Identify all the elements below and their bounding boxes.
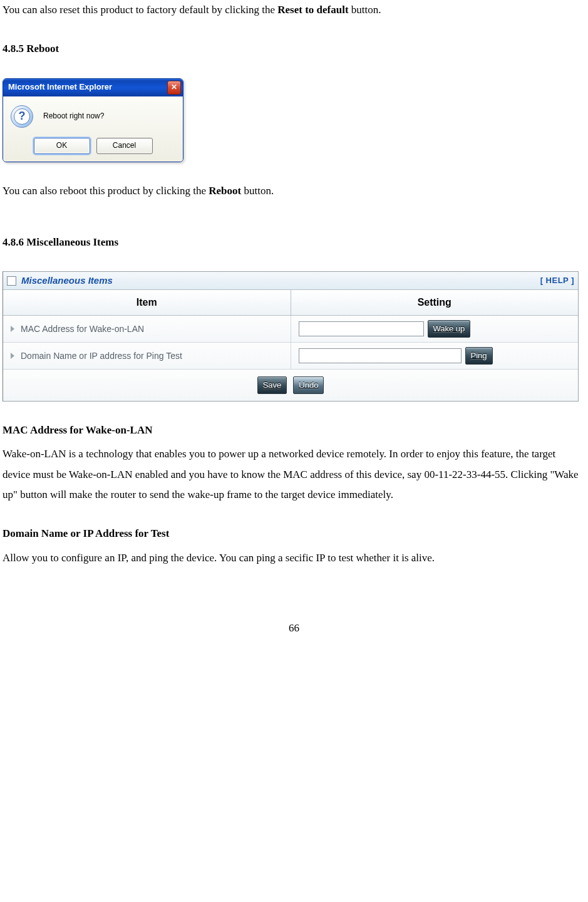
dialog-titlebar[interactable]: Microsoft Internet Explorer ✕ <box>3 79 183 96</box>
reboot-note-paragraph: You can also reboot this product by clic… <box>3 181 585 201</box>
cancel-label: Cancel <box>113 138 136 153</box>
misc-items-panel: Miscellaneous Items [ HELP ] Item Settin… <box>3 271 579 402</box>
close-glyph: ✕ <box>171 80 177 95</box>
desc-domain-heading: Domain Name or IP Address for Test <box>3 524 585 544</box>
help-glyph: ? <box>14 108 30 125</box>
row-setting-ping: Ping <box>291 343 579 369</box>
dialog-body: ? Reboot right now? OK Cancel <box>3 96 183 162</box>
panel-header: Miscellaneous Items [ HELP ] <box>3 272 578 290</box>
row-setting-mac: Wake up <box>291 316 579 342</box>
triangle-icon <box>11 353 14 359</box>
ie-dialog: Microsoft Internet Explorer ✕ ? Reboot r… <box>3 78 183 162</box>
table-row: MAC Address for Wake-on-LAN Wake up <box>3 316 578 343</box>
reboot-note-post: button. <box>241 185 274 197</box>
reset-text-bold: Reset to default <box>277 4 348 16</box>
undo-button[interactable]: Undo <box>293 376 324 394</box>
panel-footer: Save Undo <box>3 370 578 401</box>
ping-label: Ping <box>471 348 487 364</box>
desc-mac-body: Wake-on-LAN is a technology that enables… <box>3 444 585 505</box>
reset-paragraph: You can also reset this product to facto… <box>3 0 585 20</box>
ok-label: OK <box>56 138 67 153</box>
section-heading-misc: 4.8.6 Miscellaneous Items <box>3 232 585 252</box>
column-header-row: Item Setting <box>3 290 578 316</box>
reboot-note-bold: Reboot <box>209 185 241 197</box>
page-number: 66 <box>3 618 585 638</box>
reboot-note-pre: You can also reboot this product by clic… <box>3 185 209 197</box>
dialog-title: Microsoft Internet Explorer <box>8 80 112 95</box>
ping-button[interactable]: Ping <box>465 347 493 365</box>
row-label-mac-text: MAC Address for Wake-on-LAN <box>21 321 144 338</box>
dialog-message: Reboot right now? <box>43 111 104 120</box>
close-icon[interactable]: ✕ <box>167 81 181 95</box>
reset-text-post: button. <box>349 4 381 16</box>
help-icon: ? <box>11 105 33 128</box>
row-label-ping: Domain Name or IP address for Ping Test <box>3 343 291 369</box>
panel-title: Miscellaneous Items <box>21 272 113 290</box>
undo-label: Undo <box>299 378 318 393</box>
section-heading-reboot: 4.8.5 Reboot <box>3 39 585 59</box>
desc-domain-body: Allow you to configure an IP, and ping t… <box>3 548 585 568</box>
desc-mac-heading: MAC Address for Wake-on-LAN <box>3 420 585 440</box>
column-header-item: Item <box>3 290 291 315</box>
wake-up-label: Wake up <box>433 321 465 337</box>
save-label: Save <box>263 378 282 393</box>
cancel-button[interactable]: Cancel <box>96 138 153 154</box>
ok-button[interactable]: OK <box>34 138 90 154</box>
row-label-ping-text: Domain Name or IP address for Ping Test <box>21 348 182 365</box>
triangle-icon <box>11 326 14 332</box>
help-link[interactable]: [ HELP ] <box>540 273 574 289</box>
row-label-mac: MAC Address for Wake-on-LAN <box>3 316 291 342</box>
reset-text-pre: You can also reset this product to facto… <box>3 4 277 16</box>
mac-input[interactable] <box>299 321 424 336</box>
table-row: Domain Name or IP address for Ping Test … <box>3 343 578 370</box>
save-button[interactable]: Save <box>257 376 287 394</box>
collapse-toggle-icon[interactable] <box>7 276 16 286</box>
column-header-setting: Setting <box>291 290 579 315</box>
wake-up-button[interactable]: Wake up <box>428 320 471 338</box>
ping-input[interactable] <box>299 348 462 363</box>
